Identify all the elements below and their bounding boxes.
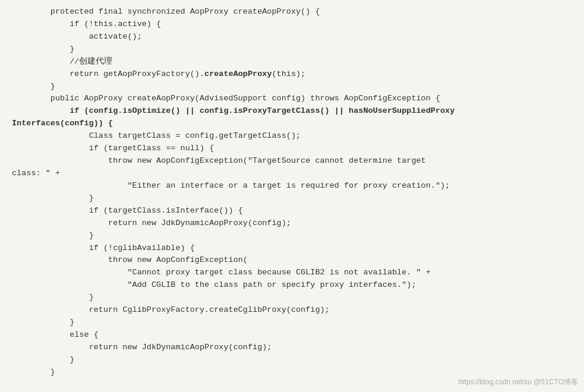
line-12: if (targetClass == null) { xyxy=(12,144,214,153)
line-9: if (config.isOptimize() || config.isProx… xyxy=(12,106,454,115)
code-container: protected final synchronized AopProxy cr… xyxy=(0,0,584,392)
line-17: if (targetClass.isInterface()) { xyxy=(12,206,243,215)
line-1: protected final synchronized AopProxy cr… xyxy=(12,7,320,16)
line-4: } xyxy=(12,45,74,53)
line-27: else { xyxy=(12,330,99,339)
line-16: } xyxy=(12,194,94,203)
line-14: class: " + xyxy=(12,169,60,178)
line-26: } xyxy=(12,318,74,327)
line-5: //创建代理 xyxy=(12,57,112,66)
line-22: "Cannot proxy target class because CGLIB… xyxy=(12,268,431,277)
line-23: "Add CGLIB to the class path or specify … xyxy=(12,280,416,289)
line-30: } xyxy=(12,368,55,377)
line-28: return new JdkDynamicAopProxy(config); xyxy=(12,343,272,352)
line-11: Class targetClass = config.getTargetClas… xyxy=(12,131,301,140)
line-20: if (!cglibAvailable) { xyxy=(12,244,195,252)
line-8: public AopProxy createAopProxy(AdvisedSu… xyxy=(12,94,440,103)
line-18: return new JdkDynamicAopProxy(config); xyxy=(12,219,291,227)
code-block: protected final synchronized AopProxy cr… xyxy=(12,6,572,379)
line-7: } xyxy=(12,82,55,91)
line-19: } xyxy=(12,231,94,240)
line-29: } xyxy=(12,355,74,364)
line-24: } xyxy=(12,293,94,302)
line-3: activate(); xyxy=(12,32,142,41)
line-25: return CglibProxyFactory.createCglibProx… xyxy=(12,305,330,314)
line-10: Interfaces(config)) { xyxy=(12,119,113,128)
line-13: throw new AopConfigException("TargetSour… xyxy=(12,156,426,165)
line-15: "Either an interface or a target is requ… xyxy=(12,181,450,190)
line-21: throw new AopConfigException( xyxy=(12,255,248,264)
watermark: https://blog.csdn.net/xu @51CTO博客 xyxy=(459,377,578,387)
line-2: if (!this.active) { xyxy=(12,20,161,29)
line-6: return getAopProxyFactory().createAopPro… xyxy=(12,69,305,78)
